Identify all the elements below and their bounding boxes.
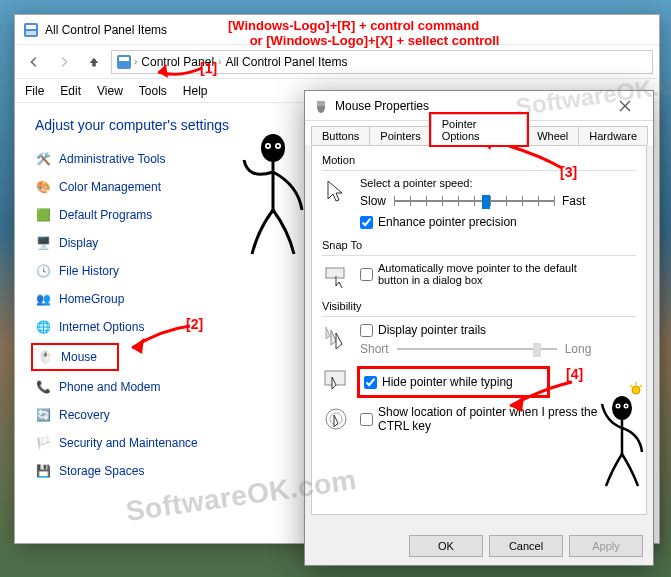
recovery-icon: 🔄 [35, 407, 51, 423]
tools-icon: 🛠️ [35, 151, 51, 167]
trails-label: Display pointer trails [378, 323, 486, 337]
svg-rect-1 [26, 25, 36, 29]
display-icon: 🖥️ [35, 235, 51, 251]
defprog-icon: 🟩 [35, 207, 51, 223]
hide-pointer-checkbox[interactable]: Hide pointer while typing [364, 375, 513, 389]
snap-group: Snap To Automatically move pointer to th… [322, 239, 636, 290]
enhance-precision-input[interactable] [360, 216, 373, 229]
cp-item-label: HomeGroup [59, 292, 124, 306]
enhance-precision-label: Enhance pointer precision [378, 215, 517, 229]
close-button[interactable] [605, 92, 645, 120]
address-bar: › Control Panel › All Control Panel Item… [15, 45, 659, 79]
menu-edit[interactable]: Edit [60, 84, 81, 98]
color-icon: 🎨 [35, 179, 51, 195]
motion-heading: Motion [322, 154, 636, 166]
ok-button[interactable]: OK [409, 535, 483, 557]
dialog-buttons: OK Cancel Apply [409, 535, 643, 557]
homegroup-icon: 👥 [35, 291, 51, 307]
filehist-icon: 🕓 [35, 263, 51, 279]
cp-item-label: Color Management [59, 180, 161, 194]
forward-button[interactable] [51, 49, 77, 75]
slow-label: Slow [360, 194, 386, 208]
menu-help[interactable]: Help [183, 84, 208, 98]
visibility-heading: Visibility [322, 300, 636, 312]
window-title: All Control Panel Items [45, 23, 167, 37]
phone-icon: 📞 [35, 379, 51, 395]
cursor-icon [322, 177, 350, 205]
tab-wheel[interactable]: Wheel [526, 126, 579, 145]
cp-item-label: Administrative Tools [59, 152, 166, 166]
ctrl-locate-icon [322, 405, 350, 433]
snap-label: Automatically move pointer to the defaul… [378, 262, 608, 286]
mouse-icon [313, 98, 329, 114]
svg-rect-2 [26, 31, 36, 35]
ctrl-locate-input[interactable] [360, 413, 373, 426]
breadcrumb[interactable]: › Control Panel › All Control Panel Item… [111, 50, 653, 74]
close-icon [619, 100, 631, 112]
dialog-title: Mouse Properties [335, 99, 605, 113]
trails-input[interactable] [360, 324, 373, 337]
fast-label: Fast [562, 194, 585, 208]
cp-item-label: Phone and Modem [59, 380, 160, 394]
cp-item-label: Security and Maintenance [59, 436, 198, 450]
short-label: Short [360, 342, 389, 356]
ctrl-locate-label: Show location of pointer when I press th… [378, 405, 618, 433]
menu-view[interactable]: View [97, 84, 123, 98]
long-label: Long [565, 342, 592, 356]
trails-slider [397, 341, 557, 357]
snap-checkbox[interactable]: Automatically move pointer to the defaul… [360, 262, 608, 286]
cp-item-label: Internet Options [59, 320, 144, 334]
cp-item-label: Display [59, 236, 98, 250]
security-icon: 🏳️ [35, 435, 51, 451]
cp-item-label: Default Programs [59, 208, 152, 222]
snap-heading: Snap To [322, 239, 636, 251]
breadcrumb-current[interactable]: All Control Panel Items [223, 54, 349, 70]
apply-button[interactable]: Apply [569, 535, 643, 557]
chevron-right-icon: › [134, 56, 137, 67]
speed-label: Select a pointer speed: [360, 177, 585, 189]
hide-pointer-input[interactable] [364, 376, 377, 389]
visibility-group: Visibility Display pointer trails Short … [322, 300, 636, 433]
menu-tools[interactable]: Tools [139, 84, 167, 98]
cp-item-label: Recovery [59, 408, 110, 422]
tab-pointer-options[interactable]: Pointer Options [431, 114, 527, 145]
hide-typing-icon [322, 365, 350, 393]
breadcrumb-root[interactable]: Control Panel [139, 54, 216, 70]
tab-pointers[interactable]: Pointers [369, 126, 431, 145]
tab-body: Motion Select a pointer speed: Slow Fast [311, 145, 647, 515]
svg-rect-7 [326, 268, 344, 278]
cp-item-label: File History [59, 264, 119, 278]
storage-icon: 💾 [35, 463, 51, 479]
back-button[interactable] [21, 49, 47, 75]
up-button[interactable] [81, 49, 107, 75]
svg-rect-6 [317, 101, 325, 106]
internet-icon: 🌐 [35, 319, 51, 335]
tab-hardware[interactable]: Hardware [578, 126, 648, 145]
mouse-icon: 🖱️ [37, 349, 53, 365]
snap-icon [322, 262, 350, 290]
mouse-properties-dialog: Mouse Properties Buttons Pointers Pointe… [304, 90, 654, 566]
control-panel-icon [23, 22, 39, 38]
cancel-button[interactable]: Cancel [489, 535, 563, 557]
trails-checkbox[interactable]: Display pointer trails [360, 323, 591, 337]
cp-item-mouse[interactable]: 🖱️Mouse [35, 347, 115, 367]
tab-buttons[interactable]: Buttons [311, 126, 370, 145]
chevron-right-icon: › [218, 56, 221, 67]
speed-slider[interactable] [394, 193, 554, 209]
tab-strip: Buttons Pointers Pointer Options Wheel H… [305, 121, 653, 145]
snap-input[interactable] [360, 268, 373, 281]
titlebar[interactable]: All Control Panel Items [15, 15, 659, 45]
cp-item-label: Mouse [61, 350, 97, 364]
cp-item-label: Storage Spaces [59, 464, 144, 478]
enhance-precision-checkbox[interactable]: Enhance pointer precision [360, 215, 585, 229]
menu-file[interactable]: File [25, 84, 44, 98]
hide-pointer-label: Hide pointer while typing [382, 375, 513, 389]
control-panel-icon [116, 54, 132, 70]
motion-group: Motion Select a pointer speed: Slow Fast [322, 154, 636, 229]
ctrl-locate-checkbox[interactable]: Show location of pointer when I press th… [360, 405, 618, 433]
trails-icon [322, 323, 350, 351]
svg-rect-4 [119, 57, 129, 61]
